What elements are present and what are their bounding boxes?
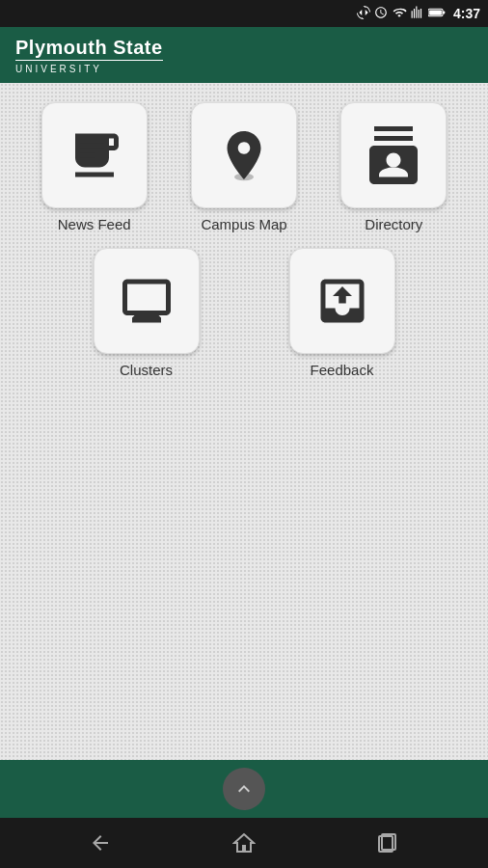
logo-sub-text: UNIVERSITY [15,64,102,74]
app-grid-row-1: News Feed Campus Map [19,102,469,232]
battery-icon [428,7,446,21]
feedback-icon-box [289,248,395,354]
svg-rect-1 [429,10,442,14]
app-grid: News Feed Campus Map [19,102,469,378]
main-content: News Feed Campus Map [0,83,488,760]
logo-main-text: Plymouth State [15,37,163,58]
status-time: 4:37 [453,6,480,21]
contacts-icon [365,126,422,184]
svg-rect-4 [80,153,95,158]
feedback-label: Feedback [311,362,374,378]
monitor-icon [118,272,176,330]
home-icon [232,831,256,854]
app-grid-row-2: Clusters Feedback [19,248,469,378]
rotate-icon [357,6,370,22]
system-nav-bar [0,818,488,868]
news-feed-label: News Feed [58,216,131,232]
signal-icon [411,6,424,22]
wifi-icon [392,6,407,22]
campus-map-label: Campus Map [201,216,286,232]
svg-rect-2 [443,11,445,14]
logo: Plymouth State UNIVERSITY [15,37,163,74]
status-icons: 4:37 [357,6,480,22]
app-item-news-feed[interactable]: News Feed [27,102,162,232]
app-item-directory[interactable]: Directory [326,102,461,232]
inbox-upload-icon [313,272,371,330]
clusters-label: Clusters [120,362,173,378]
home-button[interactable] [232,831,256,854]
directory-label: Directory [365,216,422,232]
clock-icon [374,6,388,22]
map-pin-icon [215,126,273,184]
app-header: Plymouth State UNIVERSITY [0,27,488,83]
status-bar: 4:37 [0,0,488,27]
newspaper-icon [66,126,123,184]
svg-point-5 [234,174,254,181]
bottom-nav-bar [0,760,488,818]
recents-button[interactable] [376,831,399,854]
app-item-feedback[interactable]: Feedback [275,248,410,378]
app-item-clusters[interactable]: Clusters [79,248,214,378]
app-item-campus-map[interactable]: Campus Map [176,102,312,232]
clusters-icon-box [94,248,200,354]
recents-icon [376,831,399,854]
news-feed-icon-box [41,102,148,208]
up-arrow-icon [232,777,256,800]
logo-divider [15,60,163,61]
svg-rect-3 [80,144,104,149]
directory-icon-box [340,102,447,208]
campus-map-icon-box [191,102,297,208]
back-button[interactable] [89,831,112,854]
back-icon [89,831,112,854]
nav-up-button[interactable] [223,768,265,810]
